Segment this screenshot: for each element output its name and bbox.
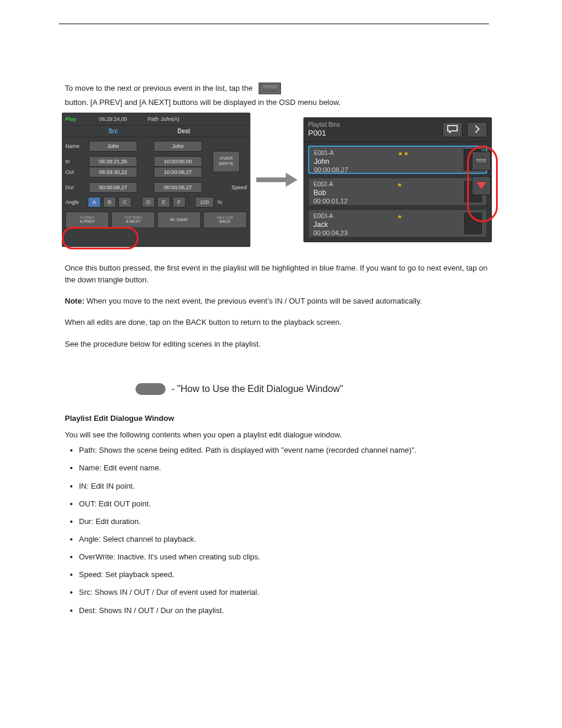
name-dst-field[interactable]: John [154,141,202,151]
link-pill[interactable] [135,383,166,395]
intro-text: To move to the next or previous event in… [65,83,489,108]
bin-name: Jack [313,220,464,229]
next-page-button[interactable] [467,122,487,137]
bin-item[interactable]: E003-A Jack 00:00:04,23 ★ [308,209,487,238]
play-label: Play [62,116,87,122]
src-column-label[interactable]: Src [87,128,140,134]
dur-dst-field[interactable]: 00:00:08,27 [154,182,202,193]
row-label-angle: Angle [65,199,85,205]
list-item: Speed: Set playback speed. [79,569,489,581]
bin-item[interactable]: E001-A John 00:00:08,27 ★★ [308,146,487,174]
out-src-field[interactable]: 06:29:30,22 [89,167,137,177]
dur-src-field[interactable]: 00:00:08,27 [89,182,137,193]
bin-id: E001-A [314,150,464,157]
bin-name: John [314,157,464,166]
out-dst-field[interactable]: 10:00:08,27 [154,167,202,177]
note-text: When you move to the next event, the pre… [84,297,422,305]
bin-duration: 00:00:01,12 [313,197,464,206]
intro-after: button. [A PREV] and [A NEXT] buttons wi… [65,97,340,108]
aprev-button[interactable]: IN PREV A PREV [65,212,109,228]
comment-icon [447,125,458,134]
comment-button[interactable] [442,122,462,137]
row-label-dur: Dur [65,185,85,190]
list-item: Name: Edit event name. [79,462,489,474]
field-list: Path: Shows the scene being edited. Path… [79,444,489,616]
list-item: IN: Edit IN point. [79,480,489,492]
angle-src-c[interactable]: C [118,197,131,207]
bin-thumbnail [464,213,482,234]
row-label-out: Out [65,169,85,175]
overwrite-button[interactable]: OVER WRITE [213,151,240,172]
list-item: Dest: Shows IN / OUT / Dur on the playli… [79,605,489,617]
note-label: Note: [65,297,84,305]
star-icon: ★ [397,213,403,220]
in-src-field[interactable]: 06:29:21,25 [89,156,137,167]
lead-paragraph: You will see the following contents when… [65,429,489,441]
link-pill-row: - "How to Use the Edit Dialogue Window" [135,383,343,395]
playlist-bins-panel: Playlist Bins P001 E001-A John 00:00:08,… [303,117,492,242]
anext-button[interactable]: OUT PREV A NEXT [111,212,155,228]
instruction-block-2: Playlist Edit Dialogue Window You will s… [65,413,489,622]
bin-duration: 00:00:04,23 [313,229,464,238]
arrow-right-icon [256,173,297,187]
bin-duration: 00:00:08,27 [314,166,464,174]
speed-unit: % [216,199,222,205]
chip-icon [259,83,281,94]
next-event-button[interactable] [472,176,491,195]
heading: Playlist Edit Dialogue Window [65,413,489,424]
list-item: Path: Shows the scene being edited. Path… [79,444,489,456]
bin-item[interactable]: E002-A Bob 00:00:01,12 ★ [308,177,487,206]
list-item: Angle: Select channel to playback. [79,533,489,545]
dest-column-label[interactable]: Dest [157,128,210,134]
angle-src-a[interactable]: A [88,197,101,207]
edit-dialog-panel: Play 06:29:24,05 Path John(A) Src Dest N… [62,113,250,247]
list-item: OverWrite: Inactive. It's used when crea… [79,551,489,563]
avsame-button[interactable]: AV SAME [157,212,201,228]
playlist-bins-title: Playlist Bins P001 [308,121,438,138]
paragraph: Once this button pressed, the first even… [65,262,489,286]
row-label-name: Name [65,143,85,149]
list-item: Dur: Edit duration. [79,516,489,528]
star-icon: ★ [397,182,403,188]
row-label-in: In [65,159,85,164]
back-button[interactable]: MAX DUR BACK [203,212,247,228]
bin-id: E002-A [313,181,464,189]
paragraph: See the procedure below for editing scen… [65,338,489,350]
chevron-right-icon [474,125,481,134]
bin-name: Bob [313,189,464,197]
path-value: John(A) [161,116,180,122]
in-dst-field[interactable]: 10:00:00,00 [154,156,202,167]
speed-label: Speed [232,185,247,190]
event-select-button[interactable] [472,151,491,170]
list-item: OUT: Edit OUT point. [79,498,489,510]
list-item: Src: Shows IN / OUT / Dur of event used … [79,587,489,598]
angle-dst-e[interactable]: E [157,197,170,207]
star-icon: ★★ [398,150,409,157]
name-src-field[interactable]: John [89,141,137,151]
speed-value-field[interactable]: 100 [195,197,214,207]
angle-dst-f[interactable]: F [173,197,186,207]
path-label: Path [140,116,161,122]
chip-icon [475,158,487,164]
instruction-block-1: Once this button pressed, the first even… [65,262,489,350]
timecode-display: 06:29:24,05 [87,116,140,122]
paragraph: When all edits are done, tap on the BACK… [65,317,489,328]
angle-dst-d[interactable]: D [142,197,155,207]
top-rule [59,24,489,24]
link-caption: - "How to Use the Edit Dialogue Window" [171,384,343,394]
triangle-down-icon [477,182,486,189]
angle-src-b[interactable]: B [103,197,116,207]
intro-before: To move to the next or previous event in… [65,83,253,94]
bin-id: E003-A [313,213,464,220]
